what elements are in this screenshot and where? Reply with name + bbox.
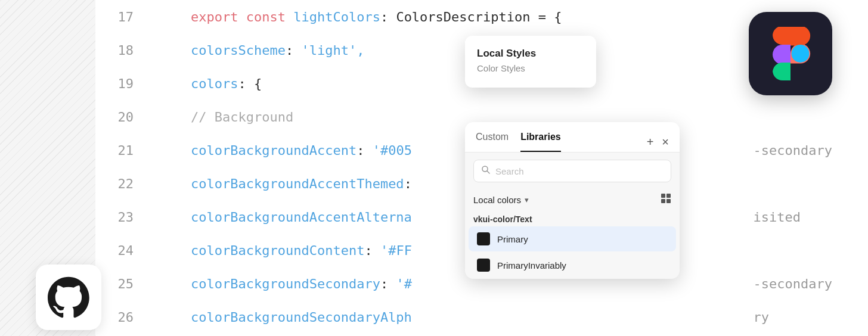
close-icon[interactable]: ×: [662, 136, 669, 148]
line-number-24: 24: [95, 234, 143, 267]
github-badge[interactable]: [36, 265, 101, 330]
figma-icon: [770, 27, 811, 80]
line-number-21: 21: [95, 133, 143, 167]
line-number-19: 19: [95, 67, 143, 100]
right-fragment: ry: [754, 300, 832, 334]
color-swatch-primary-invariably: [477, 259, 490, 272]
code-token: colorBackgroundAccentAlterna: [191, 210, 412, 225]
group-label: vkui-color/Text: [465, 211, 680, 226]
code-token: colorBackgroundAccentThemed: [191, 176, 404, 191]
right-fragment-secondary: -secondary: [754, 133, 832, 167]
code-token: export const: [191, 10, 293, 24]
right-fragment: [754, 167, 832, 200]
code-token: colorBackgroundAccent: [191, 143, 356, 158]
panel-actions: + ×: [647, 136, 669, 148]
color-swatch-primary: [477, 232, 490, 245]
code-token: colorBackgroundSecondaryAlph: [191, 310, 412, 325]
code-token: : {: [238, 76, 262, 91]
svg-rect-4: [661, 199, 665, 203]
svg-point-6: [792, 45, 810, 63]
line-number-17: 17: [95, 0, 143, 33]
color-label-primary-invariably: PrimaryInvariably: [497, 260, 566, 270]
code-token: : ColorsDescription = {: [380, 10, 562, 24]
color-item-primary[interactable]: Primary: [469, 226, 676, 251]
tab-custom[interactable]: Custom: [476, 132, 509, 152]
code-token: '#: [396, 276, 412, 291]
panel-header-row: Custom Libraries + ×: [476, 132, 669, 152]
panel-header: Custom Libraries + ×: [465, 122, 680, 153]
code-token: colorBackgroundSecondary: [191, 276, 380, 291]
color-label-primary: Primary: [497, 234, 528, 244]
code-token: 'light',: [301, 43, 364, 58]
code-editor: 17 18 19 20 21 22 23 24 25 26 export con…: [0, 0, 868, 336]
code-token: :: [286, 43, 302, 58]
color-item-primary-invariably[interactable]: PrimaryInvariably: [469, 253, 676, 278]
code-token: '#005: [373, 143, 412, 158]
line-number-20: 20: [95, 100, 143, 133]
search-icon: [481, 165, 491, 177]
svg-line-1: [487, 171, 489, 173]
line-number-22: 22: [95, 167, 143, 200]
search-bar: Search: [473, 160, 671, 182]
code-token: :: [364, 243, 380, 258]
line-number-23: 23: [95, 200, 143, 234]
local-styles-panel: Local Styles Color Styles: [465, 36, 596, 88]
code-token: lightColors: [293, 10, 380, 24]
line-number-18: 18: [95, 33, 143, 67]
chevron-down-icon: ▾: [525, 195, 529, 204]
line-number-25: 25: [95, 267, 143, 300]
code-token: '#FF: [380, 243, 412, 258]
code-token: colorBackgroundContent: [191, 243, 364, 258]
right-fragment: [754, 100, 832, 133]
code-token: :: [356, 143, 373, 158]
section-title-row: Local colors ▾: [473, 195, 529, 205]
section-header[interactable]: Local colors ▾: [465, 188, 680, 211]
github-icon: [48, 276, 89, 318]
figma-badge[interactable]: [749, 12, 832, 95]
code-token: // Background: [191, 110, 293, 125]
svg-rect-5: [666, 199, 671, 203]
code-token: colors: [191, 76, 238, 91]
add-icon[interactable]: +: [647, 136, 654, 148]
svg-rect-2: [661, 194, 665, 198]
right-fragment-visited: isited: [754, 200, 832, 234]
code-token: :: [404, 176, 412, 191]
right-fragment: [754, 234, 832, 267]
tab-libraries[interactable]: Libraries: [520, 132, 561, 152]
code-token: colorsScheme: [191, 43, 286, 58]
right-fragment: -secondary: [754, 267, 832, 300]
section-title: Local colors: [473, 195, 521, 205]
code-token: :: [380, 276, 396, 291]
local-styles-title: Local Styles: [477, 48, 584, 60]
libraries-panel: Custom Libraries + × Search Local colors…: [465, 122, 680, 279]
panel-tabs: Custom Libraries: [476, 132, 561, 152]
grid-icon[interactable]: [661, 193, 671, 206]
line-numbers-column: 17 18 19 20 21 22 23 24 25 26: [95, 0, 143, 336]
search-placeholder-text[interactable]: Search: [495, 166, 664, 176]
local-styles-subtitle: Color Styles: [477, 63, 584, 73]
line-number-26: 26: [95, 300, 143, 334]
svg-rect-3: [666, 194, 671, 198]
